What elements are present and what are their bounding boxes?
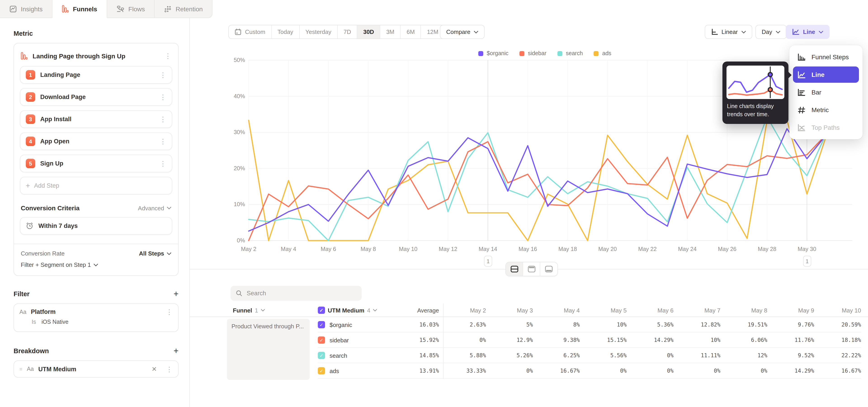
tab-label: Insights bbox=[21, 5, 43, 12]
filter-card[interactable]: Aa Platform ⋮ Is iOS Native bbox=[13, 304, 179, 332]
search-input[interactable] bbox=[247, 290, 356, 296]
segment-checkbox[interactable]: ✓ bbox=[318, 337, 325, 344]
chevron-down-icon bbox=[167, 252, 171, 255]
layout-chart-only-button[interactable] bbox=[523, 262, 540, 276]
value-cell: 0% bbox=[443, 333, 486, 348]
funnel-step[interactable]: 4App Open⋮ bbox=[20, 132, 172, 150]
filter-value[interactable]: iOS Native bbox=[41, 319, 68, 325]
step-number-badge: 1 bbox=[26, 70, 35, 80]
metric-kebab-icon[interactable]: ⋮ bbox=[164, 54, 171, 58]
value-cell: 12% bbox=[724, 348, 767, 363]
funnel-step-cell[interactable]: Product Viewed through P... bbox=[227, 319, 310, 380]
tab-flows[interactable]: Flows bbox=[107, 0, 155, 18]
funnel-step[interactable]: 5Sign Up⋮ bbox=[20, 155, 172, 172]
layout-split-button[interactable] bbox=[506, 262, 523, 276]
legend-item[interactable]: sidebar bbox=[519, 50, 546, 57]
compare-button[interactable]: Compare bbox=[440, 25, 485, 39]
svg-text:May 12: May 12 bbox=[439, 246, 457, 252]
filter-operator[interactable]: Is bbox=[32, 319, 36, 325]
range-button-6m[interactable]: 6M bbox=[401, 25, 421, 38]
scale-dropdown[interactable]: Linear bbox=[705, 25, 752, 39]
menu-item-metric[interactable]: Metric bbox=[793, 102, 859, 118]
value-cell: 5.26% bbox=[490, 348, 533, 363]
line-chart-icon bbox=[792, 29, 800, 35]
average-value-cell: 15.92% bbox=[385, 333, 439, 348]
funnel-step[interactable]: 2Download Page⋮ bbox=[20, 88, 172, 106]
chart-type-dropdown[interactable]: Line bbox=[786, 25, 830, 39]
add-step-button[interactable]: + Add Step bbox=[20, 177, 172, 194]
range-button-7d[interactable]: 7D bbox=[338, 25, 358, 38]
table-search[interactable] bbox=[230, 286, 362, 301]
retention-icon bbox=[164, 5, 172, 12]
breakdown-kebab-icon[interactable]: ⋮ bbox=[166, 367, 173, 371]
value-cell: 11.76% bbox=[771, 333, 814, 348]
string-type-icon: Aa bbox=[20, 309, 26, 315]
tab-funnels[interactable]: Funnels bbox=[53, 0, 107, 18]
value-cell: 15.15% bbox=[584, 333, 627, 348]
funnel-column-dropdown[interactable]: Funnel 1 bbox=[233, 304, 265, 317]
legend-item[interactable]: ads bbox=[594, 50, 611, 57]
value-cell: 22.22% bbox=[818, 348, 861, 363]
add-filter-button[interactable]: + bbox=[174, 289, 179, 298]
filter-kebab-icon[interactable]: ⋮ bbox=[166, 310, 173, 314]
menu-item-line[interactable]: Line bbox=[793, 66, 859, 83]
segment-checkbox[interactable]: ✓ bbox=[318, 321, 325, 328]
segment-checkbox[interactable]: ✓ bbox=[318, 352, 325, 359]
legend-item[interactable]: search bbox=[557, 50, 583, 57]
string-type-icon: Aa bbox=[27, 366, 34, 372]
funnel-step[interactable]: 1Landing Page⋮ bbox=[20, 66, 172, 84]
segment-name-cell: ✓ads bbox=[318, 363, 339, 378]
menu-item-funnel-steps[interactable]: Funnel Steps bbox=[793, 49, 859, 65]
date-column-header: May 5 bbox=[584, 304, 627, 317]
segment-label: $organic bbox=[330, 321, 352, 328]
segment-checkbox[interactable]: ✓ bbox=[318, 367, 325, 374]
funnel-step[interactable]: 3App Install⋮ bbox=[20, 111, 172, 128]
filter-property: Platform bbox=[31, 308, 161, 315]
layout-toggle-group bbox=[505, 262, 558, 276]
conversion-window-button[interactable]: Within 7 days bbox=[20, 217, 172, 235]
segment-name-cell: ✓sidebar bbox=[318, 333, 349, 348]
value-cell: 0% bbox=[490, 363, 533, 378]
svg-text:10%: 10% bbox=[234, 201, 245, 207]
conversion-criteria-label: Conversion Criteria bbox=[21, 205, 80, 212]
value-cell: 8% bbox=[537, 317, 580, 333]
tab-retention[interactable]: Retention bbox=[155, 0, 213, 18]
legend-label: sidebar bbox=[528, 50, 546, 57]
layout-table-only-button[interactable] bbox=[540, 262, 557, 276]
svg-text:May 16: May 16 bbox=[519, 246, 537, 252]
menu-item-top-paths: Top Paths bbox=[793, 119, 859, 136]
range-button-3m[interactable]: 3M bbox=[380, 25, 401, 38]
step-kebab-icon[interactable]: ⋮ bbox=[160, 73, 166, 77]
granularity-dropdown[interactable]: Day bbox=[755, 25, 786, 39]
chevron-down-icon bbox=[741, 31, 746, 33]
step-kebab-icon[interactable]: ⋮ bbox=[160, 139, 166, 143]
svg-text:1: 1 bbox=[487, 258, 490, 264]
step-kebab-icon[interactable]: ⋮ bbox=[160, 95, 166, 99]
average-column-header[interactable]: Average bbox=[385, 304, 439, 317]
legend-item[interactable]: $organic bbox=[478, 50, 508, 57]
step-label: App Open bbox=[40, 138, 155, 145]
plus-icon: + bbox=[26, 182, 30, 190]
add-breakdown-button[interactable]: + bbox=[174, 346, 179, 355]
select-all-checkbox[interactable]: ✓ bbox=[318, 307, 325, 314]
range-button-yesterday[interactable]: Yesterday bbox=[300, 25, 338, 38]
drag-handle-icon[interactable]: ≡ bbox=[20, 366, 22, 372]
remove-breakdown-icon[interactable]: ✕ bbox=[152, 366, 157, 373]
chart-legend: $organicsidebarsearchads bbox=[228, 50, 861, 57]
tab-insights[interactable]: Insights bbox=[0, 0, 53, 18]
step-kebab-icon[interactable]: ⋮ bbox=[160, 117, 166, 121]
range-button-today[interactable]: Today bbox=[272, 25, 300, 38]
range-button-30d[interactable]: 30D bbox=[358, 25, 380, 38]
advanced-dropdown[interactable]: Advanced bbox=[138, 205, 171, 211]
breakdown-column-dropdown[interactable]: ✓ UTM Medium 4 bbox=[318, 304, 377, 317]
filter-segment-step-dropdown[interactable]: Filter + Segment on Step 1 bbox=[20, 257, 172, 275]
range-button-custom[interactable]: Custom bbox=[229, 25, 272, 38]
menu-item-bar[interactable]: Bar bbox=[793, 84, 859, 100]
step-kebab-icon[interactable]: ⋮ bbox=[160, 161, 166, 165]
segment-label: sidebar bbox=[330, 337, 349, 343]
all-steps-dropdown[interactable]: All Steps bbox=[139, 250, 171, 257]
step-label: Sign Up bbox=[40, 160, 155, 167]
segment-label: search bbox=[330, 352, 347, 359]
metric-title: Landing Page through Sign Up bbox=[33, 52, 160, 60]
breakdown-card[interactable]: ≡ Aa UTM Medium ✕ ⋮ bbox=[13, 361, 179, 378]
